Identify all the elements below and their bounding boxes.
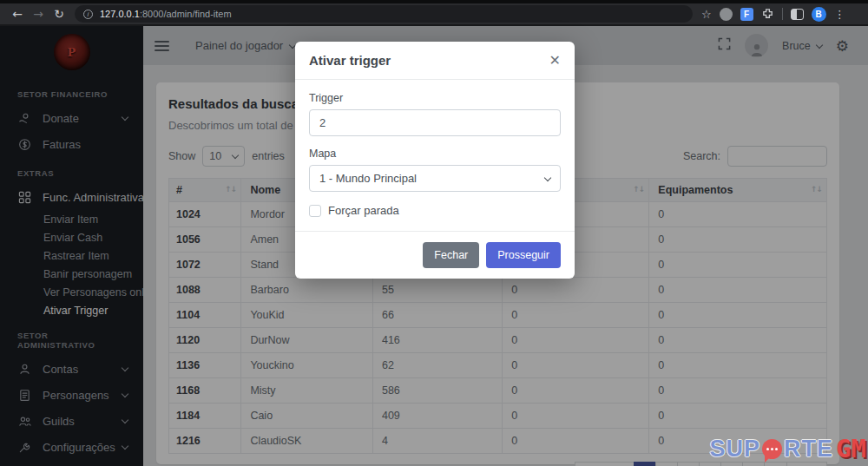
mapa-selected-value: 1 - Mundo Principal: [319, 172, 417, 185]
chevron-down-icon: [544, 174, 551, 180]
trigger-input[interactable]: [309, 109, 561, 136]
mapa-label: Mapa: [309, 148, 561, 160]
address-bar[interactable]: i 127.0.0.1:8000/admin/find-item: [75, 5, 693, 23]
forcar-parada-checkbox[interactable]: [309, 205, 321, 217]
extensions-puzzle-icon[interactable]: [761, 8, 774, 21]
forward-icon[interactable]: →: [28, 7, 49, 21]
browser-profile-avatar[interactable]: B: [812, 7, 826, 22]
bookmark-star-icon[interactable]: ☆: [701, 8, 712, 21]
browser-toolbar: ← → ↻ i 127.0.0.1:8000/admin/find-item ☆…: [0, 0, 868, 26]
fechar-button[interactable]: Fechar: [423, 242, 479, 268]
site-info-icon[interactable]: i: [83, 10, 93, 19]
page: P SETOR FINANCEIRO Donate Faturas EXTRAS…: [0, 26, 868, 466]
mapa-select[interactable]: 1 - Mundo Principal: [309, 165, 561, 192]
browser-menu-icon[interactable]: ⋮: [834, 8, 845, 21]
forcar-parada-label: Forçar parada: [328, 204, 399, 217]
screen: ← → ↻ i 127.0.0.1:8000/admin/find-item ☆…: [0, 0, 868, 466]
ativar-trigger-modal: Ativar trigger ✕ Trigger Mapa 1 - Mundo …: [295, 42, 575, 279]
trigger-label: Trigger: [309, 92, 561, 104]
prosseguir-button[interactable]: Prosseguir: [486, 242, 561, 268]
close-icon[interactable]: ✕: [549, 54, 561, 68]
extension-icon[interactable]: [720, 8, 733, 21]
modal-title: Ativar trigger: [309, 53, 391, 68]
url-host: 127.0.0.1: [100, 9, 140, 19]
extension-f-icon[interactable]: F: [740, 8, 753, 21]
side-panel-icon[interactable]: [791, 9, 804, 20]
back-icon[interactable]: ←: [7, 7, 28, 21]
toolbar-divider: [782, 8, 783, 20]
url-path: :8000/admin/find-item: [140, 9, 232, 19]
reload-icon[interactable]: ↻: [49, 7, 69, 21]
